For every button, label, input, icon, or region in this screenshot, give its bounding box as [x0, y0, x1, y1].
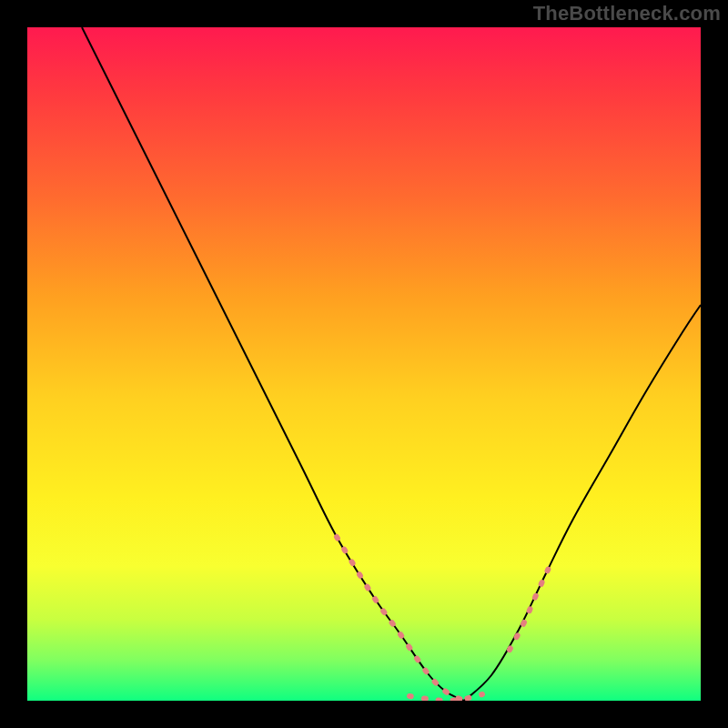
- highlight-dots-left: [337, 537, 464, 701]
- curve-layer: [27, 27, 701, 701]
- chart-frame: TheBottleneck.com: [0, 0, 728, 728]
- right-ascending-curve: [464, 305, 701, 701]
- watermark-text: TheBottleneck.com: [533, 2, 721, 25]
- plot-area: [27, 27, 701, 701]
- left-descending-curve: [82, 27, 464, 701]
